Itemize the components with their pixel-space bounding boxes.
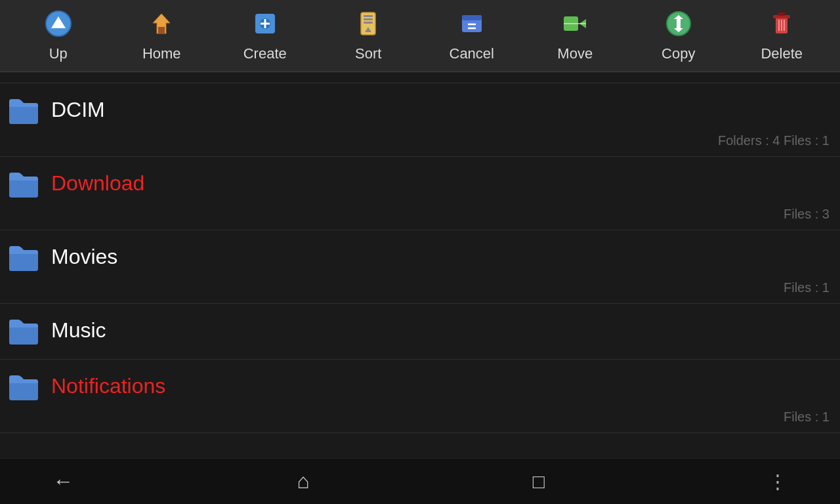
folder-meta-dcim: Folders : 4 Files : 1	[7, 131, 833, 156]
sort-label: Sort	[355, 45, 381, 62]
folder-name-download: Download	[51, 171, 144, 196]
svg-rect-9	[364, 15, 373, 17]
toolbar: UpHomeCreateSortCancelMoveCopyDelete	[0, 0, 840, 72]
delete-label: Delete	[761, 45, 803, 62]
list-item[interactable]: MoviesFiles : 1	[0, 230, 840, 304]
toolbar-copy-button[interactable]: Copy	[627, 0, 730, 72]
list-item[interactable]: DCIMFolders : 4 Files : 1	[0, 83, 840, 157]
toolbar-create-button[interactable]: Create	[213, 0, 317, 72]
more-options-icon[interactable]: ⋮	[768, 470, 788, 493]
folder-icon	[7, 240, 41, 274]
folder-name-movies: Movies	[51, 245, 117, 269]
bottom-nav: ← ⌂ □ ⋮	[0, 458, 840, 504]
folder-meta-download: Files : 3	[7, 204, 833, 230]
folder-name-notifications: Notifications	[51, 374, 165, 398]
home-label: Home	[142, 45, 181, 62]
folder-icon	[7, 369, 41, 403]
home-icon	[148, 10, 175, 41]
svg-rect-11	[364, 22, 373, 24]
create-label: Create	[243, 45, 287, 62]
up-icon	[45, 10, 72, 41]
move-label: Move	[557, 45, 593, 62]
up-label: Up	[49, 45, 68, 62]
toolbar-cancel-button[interactable]: Cancel	[420, 0, 524, 72]
back-icon[interactable]: ←	[52, 469, 74, 494]
folder-name-music: Music	[51, 318, 106, 343]
create-icon	[251, 10, 279, 41]
sort-icon	[354, 10, 382, 41]
folder-name-dcim: DCIM	[51, 98, 105, 122]
list-item[interactable]: Music	[0, 304, 840, 360]
cancel-label: Cancel	[450, 45, 494, 62]
copy-label: Copy	[662, 45, 695, 62]
delete-icon	[768, 10, 795, 41]
cancel-icon	[458, 10, 486, 41]
svg-rect-23	[778, 12, 785, 16]
toolbar-delete-button[interactable]: Delete	[730, 0, 834, 72]
svg-rect-3	[158, 27, 165, 33]
file-list: DCIMFolders : 4 Files : 1 DownloadFiles …	[0, 83, 840, 458]
svg-rect-10	[364, 18, 373, 20]
toolbar-move-button[interactable]: Move	[524, 0, 627, 72]
home-nav-icon[interactable]: ⌂	[297, 469, 309, 494]
svg-rect-14	[462, 15, 482, 20]
folder-icon	[7, 93, 41, 127]
folder-icon	[7, 166, 41, 200]
toolbar-home-button[interactable]: Home	[110, 0, 214, 72]
recents-icon[interactable]: □	[533, 471, 545, 493]
toolbar-up-button[interactable]: Up	[7, 0, 110, 72]
folder-meta-movies: Files : 1	[7, 278, 833, 303]
path-bar	[0, 72, 840, 83]
folder-meta-notifications: Files : 1	[7, 407, 833, 432]
copy-icon	[665, 10, 692, 41]
toolbar-sort-button[interactable]: Sort	[317, 0, 421, 72]
list-item[interactable]: DownloadFiles : 3	[0, 157, 840, 230]
move-icon	[561, 10, 589, 41]
list-item[interactable]: NotificationsFiles : 1	[0, 360, 840, 433]
folder-icon	[7, 313, 41, 347]
